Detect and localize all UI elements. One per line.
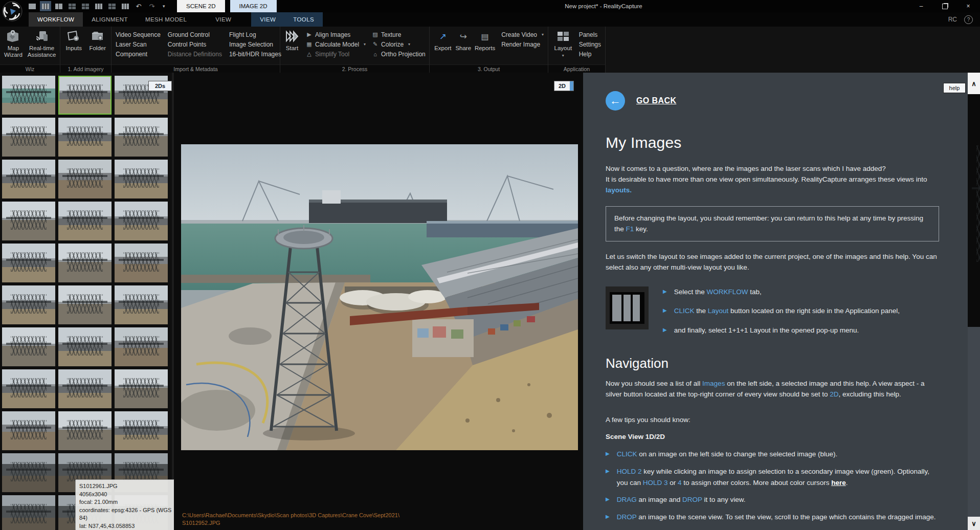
export-button[interactable]: ↗ Export xyxy=(434,29,452,63)
image-thumbnail[interactable] xyxy=(2,369,55,408)
minimize-button[interactable]: – xyxy=(909,0,933,12)
customize-toolbar-icon[interactable]: ▾ xyxy=(163,4,165,9)
inline-link[interactable]: DROP xyxy=(682,496,702,503)
inline-link[interactable]: layouts. xyxy=(606,186,632,194)
selected-image-photo[interactable] xyxy=(181,144,578,450)
help-scrollbar[interactable]: ∧ ∨ xyxy=(968,73,980,530)
image-thumbnail[interactable] xyxy=(2,411,55,450)
image-thumbnail[interactable] xyxy=(2,453,55,492)
realtime-assistance-button[interactable]: Real-time Assistance xyxy=(28,29,56,63)
image-thumbnail[interactable] xyxy=(2,285,55,324)
hdr-images-button[interactable]: 16-bit/HDR Images xyxy=(229,50,281,58)
inline-link[interactable]: HOLD 2 xyxy=(617,468,642,475)
image-thumbnail[interactable] xyxy=(58,244,112,282)
layout-mixed-icon[interactable] xyxy=(106,1,118,11)
layout-grid-icon[interactable] xyxy=(80,1,91,11)
image-thumbnail[interactable] xyxy=(2,495,55,530)
image-2d-view[interactable]: 2D C:\Users\Rachael\Documents\Skydio\Sca… xyxy=(174,73,583,530)
inline-link[interactable]: here xyxy=(831,479,846,487)
inline-link[interactable]: DRAG xyxy=(617,496,637,503)
image-thumbnail[interactable] xyxy=(58,327,112,366)
video-sequence-button[interactable]: Video Sequence xyxy=(116,31,161,38)
image-selection-button[interactable]: Image Selection xyxy=(229,40,281,48)
close-button[interactable]: × xyxy=(956,0,980,12)
control-points-button[interactable]: Control Points xyxy=(168,40,222,48)
go-back-link[interactable]: GO BACK xyxy=(636,96,676,105)
realitycapture-logo[interactable] xyxy=(2,1,23,21)
image-thumbnail[interactable] xyxy=(58,76,112,115)
inline-link[interactable]: WORKFLOW xyxy=(707,288,748,296)
panels-button[interactable]: Panels xyxy=(579,31,601,38)
inline-link[interactable]: F1 xyxy=(626,225,634,233)
restore-button[interactable] xyxy=(933,0,956,12)
share-button[interactable]: ↪ Share xyxy=(455,29,472,63)
view-aspect-badge-2ds[interactable]: 2Ds xyxy=(148,81,172,91)
image-thumbnail[interactable] xyxy=(115,285,168,324)
view-aspect-badge-2d[interactable]: 2D xyxy=(554,81,574,91)
inline-link[interactable]: DROP xyxy=(617,513,637,521)
calculate-model-button[interactable]: ▦Calculate Model▾ xyxy=(306,40,366,48)
map-wizard-button[interactable]: Map Wizard xyxy=(4,29,23,63)
inputs-button[interactable]: Inputs xyxy=(64,29,83,63)
inline-link[interactable]: HOLD 3 xyxy=(643,479,668,487)
ribbon-tab-view[interactable]: VIEW xyxy=(207,12,240,27)
laser-scan-button[interactable]: Laser Scan xyxy=(116,40,161,48)
inline-link[interactable]: 4 xyxy=(678,479,682,487)
ribbon-tab-tools-context[interactable]: TOOLS xyxy=(284,12,323,27)
ground-control-button[interactable]: Ground Control xyxy=(168,31,222,38)
image-thumbnail[interactable] xyxy=(2,327,55,366)
back-arrow-icon[interactable]: ← xyxy=(606,91,625,111)
scrollbar-thumb[interactable] xyxy=(968,94,980,327)
image-thumbnail[interactable] xyxy=(58,285,112,324)
image-thumbnail[interactable] xyxy=(115,369,168,408)
layout-button[interactable]: Layout ▾ xyxy=(552,29,574,63)
help-circle-icon[interactable]: ? xyxy=(964,15,973,24)
image-thumbnail[interactable] xyxy=(115,327,168,366)
ribbon-tab-view-context[interactable]: VIEW xyxy=(251,12,284,27)
image-thumbnail[interactable] xyxy=(58,118,112,157)
layout-two-columns-icon[interactable] xyxy=(53,1,64,11)
layout-grid2-icon[interactable] xyxy=(93,1,104,11)
scroll-up-icon[interactable]: ∧ xyxy=(968,73,980,94)
inline-link[interactable]: Layout xyxy=(708,307,729,315)
inline-link[interactable]: Images xyxy=(702,380,725,387)
image-thumbnail[interactable] xyxy=(2,76,55,115)
tab-scene-2d[interactable]: SCENE 2D xyxy=(177,0,225,12)
layout-nine-icon[interactable] xyxy=(120,1,131,11)
simplify-tool-button[interactable]: △Simplify Tool xyxy=(306,50,366,58)
image-thumbnail[interactable] xyxy=(2,160,55,198)
image-thumbnail[interactable] xyxy=(115,411,168,450)
align-images-button[interactable]: ▶Align Images xyxy=(306,31,366,38)
go-back[interactable]: ← GO BACK xyxy=(606,91,939,111)
settings-button[interactable]: Settings xyxy=(579,40,601,48)
undo-icon[interactable]: ↶ xyxy=(133,1,144,11)
image-thumbnail[interactable] xyxy=(115,118,168,157)
ribbon-tab-workflow[interactable]: WORKFLOW xyxy=(29,12,83,27)
texture-button[interactable]: ▨Texture xyxy=(372,31,426,38)
create-video-button[interactable]: Create Video▾ xyxy=(501,31,544,38)
tab-image-2d[interactable]: IMAGE 2D xyxy=(230,0,277,12)
start-button[interactable]: Start xyxy=(284,29,300,63)
inline-link[interactable]: CLICK xyxy=(617,450,637,458)
component-button[interactable]: Component xyxy=(116,50,161,58)
folder-button[interactable]: Folder xyxy=(88,29,107,63)
reports-button[interactable]: ▤ Reports xyxy=(475,29,495,63)
image-thumbnail[interactable] xyxy=(58,202,112,240)
layout-split-icon[interactable] xyxy=(66,1,78,11)
image-thumbnail[interactable] xyxy=(58,160,112,198)
scroll-down-icon[interactable]: ∨ xyxy=(968,517,980,530)
colorize-button[interactable]: ✎Colorize▾ xyxy=(372,40,426,48)
render-image-button[interactable]: Render Image xyxy=(501,40,544,48)
ribbon-tab-alignment[interactable]: ALIGNMENT xyxy=(83,12,137,27)
image-thumbnail[interactable] xyxy=(2,118,55,157)
image-thumbnail[interactable] xyxy=(58,369,112,408)
inline-link[interactable]: 2D xyxy=(830,390,838,398)
image-thumbnail[interactable] xyxy=(58,411,112,450)
help-button[interactable]: Help xyxy=(579,50,601,58)
image-thumbnail[interactable] xyxy=(115,202,168,240)
inline-link[interactable]: CLICK xyxy=(674,307,695,315)
image-thumbnail[interactable] xyxy=(115,244,168,282)
layout-single-icon[interactable] xyxy=(27,1,38,11)
image-thumbnail[interactable] xyxy=(2,244,55,282)
redo-icon[interactable]: ↷ xyxy=(146,1,158,11)
